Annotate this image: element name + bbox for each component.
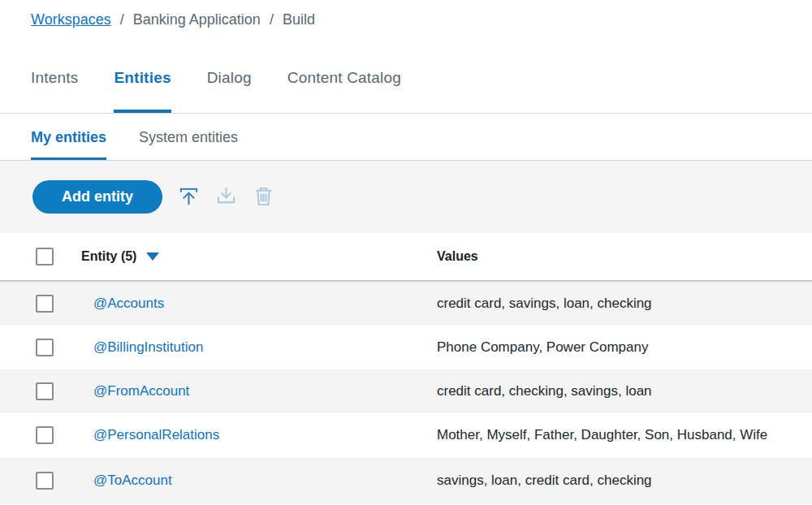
- row-checkbox[interactable]: [36, 382, 54, 400]
- entities-toolbar: Add entity: [0, 161, 812, 233]
- entity-column-sort[interactable]: Entity (5): [81, 249, 159, 264]
- breadcrumb-separator: /: [120, 11, 124, 28]
- row-checkbox[interactable]: [36, 295, 54, 313]
- upload-icon: [178, 185, 200, 209]
- trash-icon: [253, 185, 274, 209]
- tab-content-catalog[interactable]: Content Catalog: [287, 69, 401, 113]
- tab-dialog[interactable]: Dialog: [207, 69, 252, 113]
- breadcrumb-page-name: Build: [283, 11, 315, 28]
- breadcrumb-separator: /: [270, 11, 274, 28]
- breadcrumb-app-name: Banking Application: [133, 11, 261, 28]
- subtab-my-entities[interactable]: My entities: [31, 129, 106, 160]
- table-row: @FromAccount credit card, checking, savi…: [0, 369, 812, 413]
- entity-values: credit card, savings, loan, checking: [437, 296, 652, 312]
- table-row: @ToAccount savings, loan, credit card, c…: [0, 457, 812, 504]
- entity-values: savings, loan, credit card, checking: [437, 473, 652, 489]
- entity-link[interactable]: @Accounts: [93, 296, 164, 312]
- entity-link[interactable]: @FromAccount: [93, 383, 189, 399]
- entity-table-body: @Accounts credit card, savings, loan, ch…: [0, 282, 812, 504]
- breadcrumb: Workspaces / Banking Application / Build: [0, 0, 812, 28]
- row-checkbox[interactable]: [36, 472, 54, 490]
- breadcrumb-workspaces-link[interactable]: Workspaces: [31, 11, 111, 28]
- sort-descending-icon: [146, 252, 159, 261]
- table-row: @Accounts credit card, savings, loan, ch…: [0, 282, 812, 326]
- table-row: @PersonalRelations Mother, Myself, Fathe…: [0, 413, 812, 457]
- table-header: Entity (5) Values: [0, 233, 812, 280]
- add-entity-button[interactable]: Add entity: [32, 180, 162, 214]
- upload-button[interactable]: [178, 186, 200, 208]
- download-icon: [215, 185, 237, 209]
- download-button[interactable]: [215, 186, 237, 208]
- delete-button[interactable]: [253, 186, 274, 208]
- subtab-system-entities[interactable]: System entities: [139, 129, 238, 160]
- select-all-checkbox[interactable]: [36, 248, 54, 265]
- entity-link[interactable]: @ToAccount: [93, 473, 172, 489]
- entity-subtabs: My entities System entities: [0, 129, 812, 161]
- values-column-label: Values: [437, 249, 478, 264]
- entity-values: Mother, Myself, Father, Daughter, Son, H…: [437, 427, 767, 443]
- table-row: @BillingInstitution Phone Company, Power…: [0, 326, 812, 369]
- entity-values: Phone Company, Power Company: [437, 339, 649, 356]
- entity-link[interactable]: @PersonalRelations: [93, 427, 219, 443]
- tab-intents[interactable]: Intents: [31, 69, 78, 113]
- row-checkbox[interactable]: [36, 426, 54, 444]
- entity-column-label: Entity (5): [81, 249, 136, 264]
- entities-page: Workspaces / Banking Application / Build…: [0, 0, 812, 505]
- entity-values: credit card, checking, savings, loan: [437, 383, 652, 399]
- main-tabs: Intents Entities Dialog Content Catalog: [0, 69, 812, 114]
- tab-entities[interactable]: Entities: [114, 69, 171, 113]
- entity-link[interactable]: @BillingInstitution: [93, 339, 203, 356]
- row-checkbox[interactable]: [36, 339, 54, 356]
